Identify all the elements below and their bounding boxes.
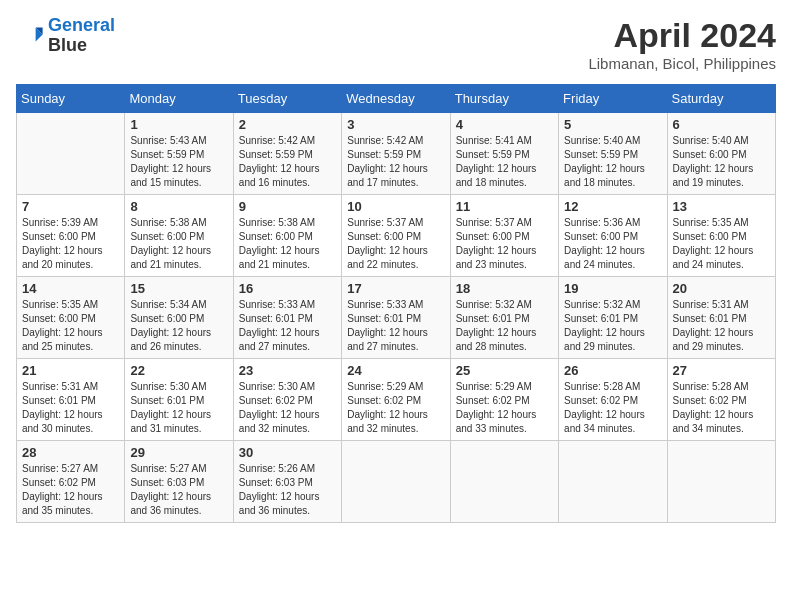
day-cell <box>450 441 558 523</box>
day-cell: 13Sunrise: 5:35 AM Sunset: 6:00 PM Dayli… <box>667 195 775 277</box>
page-header: General Blue April 2024 Libmanan, Bicol,… <box>16 16 776 72</box>
day-cell: 3Sunrise: 5:42 AM Sunset: 5:59 PM Daylig… <box>342 113 450 195</box>
day-info: Sunrise: 5:31 AM Sunset: 6:01 PM Dayligh… <box>22 380 119 436</box>
day-cell: 10Sunrise: 5:37 AM Sunset: 6:00 PM Dayli… <box>342 195 450 277</box>
day-number: 27 <box>673 363 770 378</box>
day-cell: 27Sunrise: 5:28 AM Sunset: 6:02 PM Dayli… <box>667 359 775 441</box>
day-info: Sunrise: 5:37 AM Sunset: 6:00 PM Dayligh… <box>347 216 444 272</box>
day-number: 1 <box>130 117 227 132</box>
day-number: 24 <box>347 363 444 378</box>
day-cell: 28Sunrise: 5:27 AM Sunset: 6:02 PM Dayli… <box>17 441 125 523</box>
day-info: Sunrise: 5:29 AM Sunset: 6:02 PM Dayligh… <box>347 380 444 436</box>
day-number: 21 <box>22 363 119 378</box>
day-info: Sunrise: 5:37 AM Sunset: 6:00 PM Dayligh… <box>456 216 553 272</box>
logo-icon <box>16 22 44 50</box>
day-cell: 18Sunrise: 5:32 AM Sunset: 6:01 PM Dayli… <box>450 277 558 359</box>
day-number: 8 <box>130 199 227 214</box>
day-cell: 1Sunrise: 5:43 AM Sunset: 5:59 PM Daylig… <box>125 113 233 195</box>
day-number: 26 <box>564 363 661 378</box>
day-number: 13 <box>673 199 770 214</box>
weekday-header-sunday: Sunday <box>17 85 125 113</box>
day-info: Sunrise: 5:36 AM Sunset: 6:00 PM Dayligh… <box>564 216 661 272</box>
calendar-body: 1Sunrise: 5:43 AM Sunset: 5:59 PM Daylig… <box>17 113 776 523</box>
day-number: 10 <box>347 199 444 214</box>
day-info: Sunrise: 5:40 AM Sunset: 6:00 PM Dayligh… <box>673 134 770 190</box>
day-number: 2 <box>239 117 336 132</box>
weekday-header-wednesday: Wednesday <box>342 85 450 113</box>
month-title: April 2024 <box>588 16 776 55</box>
day-info: Sunrise: 5:33 AM Sunset: 6:01 PM Dayligh… <box>239 298 336 354</box>
day-info: Sunrise: 5:34 AM Sunset: 6:00 PM Dayligh… <box>130 298 227 354</box>
weekday-header-tuesday: Tuesday <box>233 85 341 113</box>
day-info: Sunrise: 5:32 AM Sunset: 6:01 PM Dayligh… <box>456 298 553 354</box>
weekday-header-row: SundayMondayTuesdayWednesdayThursdayFrid… <box>17 85 776 113</box>
day-info: Sunrise: 5:35 AM Sunset: 6:00 PM Dayligh… <box>22 298 119 354</box>
day-cell: 23Sunrise: 5:30 AM Sunset: 6:02 PM Dayli… <box>233 359 341 441</box>
day-cell: 20Sunrise: 5:31 AM Sunset: 6:01 PM Dayli… <box>667 277 775 359</box>
day-cell: 16Sunrise: 5:33 AM Sunset: 6:01 PM Dayli… <box>233 277 341 359</box>
day-cell: 4Sunrise: 5:41 AM Sunset: 5:59 PM Daylig… <box>450 113 558 195</box>
week-row-4: 21Sunrise: 5:31 AM Sunset: 6:01 PM Dayli… <box>17 359 776 441</box>
day-cell: 24Sunrise: 5:29 AM Sunset: 6:02 PM Dayli… <box>342 359 450 441</box>
day-info: Sunrise: 5:39 AM Sunset: 6:00 PM Dayligh… <box>22 216 119 272</box>
day-number: 25 <box>456 363 553 378</box>
day-cell: 30Sunrise: 5:26 AM Sunset: 6:03 PM Dayli… <box>233 441 341 523</box>
day-cell: 12Sunrise: 5:36 AM Sunset: 6:00 PM Dayli… <box>559 195 667 277</box>
day-cell: 14Sunrise: 5:35 AM Sunset: 6:00 PM Dayli… <box>17 277 125 359</box>
logo: General Blue <box>16 16 115 56</box>
day-cell: 21Sunrise: 5:31 AM Sunset: 6:01 PM Dayli… <box>17 359 125 441</box>
day-number: 3 <box>347 117 444 132</box>
day-cell: 26Sunrise: 5:28 AM Sunset: 6:02 PM Dayli… <box>559 359 667 441</box>
day-number: 6 <box>673 117 770 132</box>
week-row-3: 14Sunrise: 5:35 AM Sunset: 6:00 PM Dayli… <box>17 277 776 359</box>
day-number: 29 <box>130 445 227 460</box>
day-info: Sunrise: 5:42 AM Sunset: 5:59 PM Dayligh… <box>347 134 444 190</box>
day-cell: 7Sunrise: 5:39 AM Sunset: 6:00 PM Daylig… <box>17 195 125 277</box>
day-cell <box>667 441 775 523</box>
day-info: Sunrise: 5:31 AM Sunset: 6:01 PM Dayligh… <box>673 298 770 354</box>
day-info: Sunrise: 5:41 AM Sunset: 5:59 PM Dayligh… <box>456 134 553 190</box>
day-cell: 22Sunrise: 5:30 AM Sunset: 6:01 PM Dayli… <box>125 359 233 441</box>
weekday-header-monday: Monday <box>125 85 233 113</box>
day-number: 23 <box>239 363 336 378</box>
day-number: 28 <box>22 445 119 460</box>
day-cell: 25Sunrise: 5:29 AM Sunset: 6:02 PM Dayli… <box>450 359 558 441</box>
day-number: 16 <box>239 281 336 296</box>
title-block: April 2024 Libmanan, Bicol, Philippines <box>588 16 776 72</box>
day-info: Sunrise: 5:43 AM Sunset: 5:59 PM Dayligh… <box>130 134 227 190</box>
day-info: Sunrise: 5:35 AM Sunset: 6:00 PM Dayligh… <box>673 216 770 272</box>
day-cell <box>17 113 125 195</box>
calendar-header: SundayMondayTuesdayWednesdayThursdayFrid… <box>17 85 776 113</box>
day-cell: 15Sunrise: 5:34 AM Sunset: 6:00 PM Dayli… <box>125 277 233 359</box>
day-info: Sunrise: 5:42 AM Sunset: 5:59 PM Dayligh… <box>239 134 336 190</box>
day-info: Sunrise: 5:38 AM Sunset: 6:00 PM Dayligh… <box>130 216 227 272</box>
day-number: 7 <box>22 199 119 214</box>
day-number: 5 <box>564 117 661 132</box>
day-number: 9 <box>239 199 336 214</box>
day-number: 30 <box>239 445 336 460</box>
week-row-5: 28Sunrise: 5:27 AM Sunset: 6:02 PM Dayli… <box>17 441 776 523</box>
logo-text: General Blue <box>48 16 115 56</box>
day-cell: 11Sunrise: 5:37 AM Sunset: 6:00 PM Dayli… <box>450 195 558 277</box>
day-cell: 2Sunrise: 5:42 AM Sunset: 5:59 PM Daylig… <box>233 113 341 195</box>
day-number: 4 <box>456 117 553 132</box>
day-number: 20 <box>673 281 770 296</box>
calendar-table: SundayMondayTuesdayWednesdayThursdayFrid… <box>16 84 776 523</box>
weekday-header-saturday: Saturday <box>667 85 775 113</box>
day-cell: 5Sunrise: 5:40 AM Sunset: 5:59 PM Daylig… <box>559 113 667 195</box>
day-info: Sunrise: 5:29 AM Sunset: 6:02 PM Dayligh… <box>456 380 553 436</box>
day-cell: 8Sunrise: 5:38 AM Sunset: 6:00 PM Daylig… <box>125 195 233 277</box>
week-row-2: 7Sunrise: 5:39 AM Sunset: 6:00 PM Daylig… <box>17 195 776 277</box>
day-info: Sunrise: 5:30 AM Sunset: 6:02 PM Dayligh… <box>239 380 336 436</box>
location-title: Libmanan, Bicol, Philippines <box>588 55 776 72</box>
day-cell: 19Sunrise: 5:32 AM Sunset: 6:01 PM Dayli… <box>559 277 667 359</box>
day-info: Sunrise: 5:27 AM Sunset: 6:02 PM Dayligh… <box>22 462 119 518</box>
day-info: Sunrise: 5:38 AM Sunset: 6:00 PM Dayligh… <box>239 216 336 272</box>
weekday-header-thursday: Thursday <box>450 85 558 113</box>
day-info: Sunrise: 5:27 AM Sunset: 6:03 PM Dayligh… <box>130 462 227 518</box>
day-number: 11 <box>456 199 553 214</box>
day-cell: 9Sunrise: 5:38 AM Sunset: 6:00 PM Daylig… <box>233 195 341 277</box>
day-number: 19 <box>564 281 661 296</box>
day-cell <box>342 441 450 523</box>
weekday-header-friday: Friday <box>559 85 667 113</box>
